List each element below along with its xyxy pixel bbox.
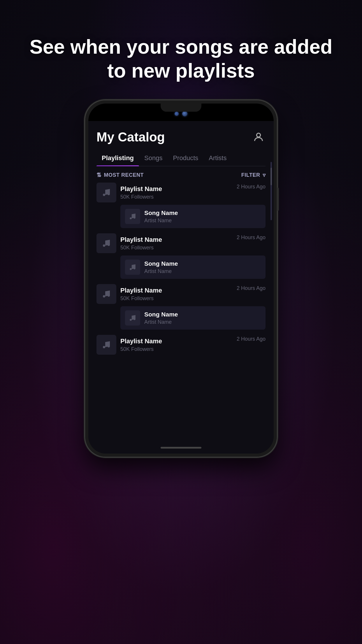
song-info-1: Song Name Artist Name xyxy=(144,209,261,224)
song-thumbnail-1 xyxy=(125,209,140,224)
tab-artists[interactable]: Artists xyxy=(203,151,232,166)
song-music-icon-1 xyxy=(129,213,136,220)
camera-dot-1 xyxy=(175,112,179,116)
playlist-name-1: Playlist Name xyxy=(120,185,233,193)
song-info-3: Song Name Artist Name xyxy=(144,311,261,325)
sort-icon: ⇅ xyxy=(96,172,102,178)
sort-filter-bar: ⇅ Most Recent Filter ▿ xyxy=(96,166,266,183)
tab-songs[interactable]: Songs xyxy=(139,151,168,166)
song-artist-3: Artist Name xyxy=(144,319,261,325)
playlist-entry-3: Playlist Name 50K Followers 2 Hours Ago xyxy=(96,284,266,330)
playlist-info-3: Playlist Name 50K Followers xyxy=(120,287,233,302)
filter-button[interactable]: Filter ▿ xyxy=(241,172,266,178)
playlist-header-row-3[interactable]: Playlist Name 50K Followers 2 Hours Ago xyxy=(96,284,266,304)
playlist-thumbnail-1 xyxy=(96,183,116,202)
playlist-time-2: 2 Hours Ago xyxy=(237,235,266,241)
playlist-followers-1: 50K Followers xyxy=(120,194,233,200)
playlist-entry-4: Playlist Name 50K Followers 2 Hours Ago xyxy=(96,335,266,355)
phone-screen: My Catalog Playlisting Songs xyxy=(88,104,274,454)
phone-bottom-bar xyxy=(88,442,274,454)
playlist-time-3: 2 Hours Ago xyxy=(237,285,266,291)
scroll-thumb xyxy=(270,168,272,185)
app-header: My Catalog xyxy=(96,130,266,144)
tab-playlisting[interactable]: Playlisting xyxy=(96,151,139,166)
playlist-header-row-4[interactable]: Playlist Name 50K Followers 2 Hours Ago xyxy=(96,335,266,355)
playlist-name-4: Playlist Name xyxy=(120,337,233,345)
song-name-1: Song Name xyxy=(144,209,261,216)
tab-products[interactable]: Products xyxy=(168,151,203,166)
playlist-info-1: Playlist Name 50K Followers xyxy=(120,185,233,200)
phone-mockup: My Catalog Playlisting Songs xyxy=(85,100,277,457)
playlist-header-row-2[interactable]: Playlist Name 50K Followers 2 Hours Ago xyxy=(96,233,266,253)
camera-area xyxy=(175,111,187,116)
sort-button[interactable]: ⇅ Most Recent xyxy=(96,172,144,178)
playlist-name-2: Playlist Name xyxy=(120,236,233,244)
hero-section: See when your songs are added to new pla… xyxy=(0,35,362,83)
song-name-3: Song Name xyxy=(144,311,261,318)
phone-side-button xyxy=(277,188,279,211)
song-artist-2: Artist Name xyxy=(144,268,261,274)
playlist-followers-3: 50K Followers xyxy=(120,295,233,302)
playlist-thumbnail-2 xyxy=(96,233,116,253)
phone-frame: My Catalog Playlisting Songs xyxy=(85,100,277,457)
playlist-thumbnail-3 xyxy=(96,284,116,304)
playlist-info-4: Playlist Name 50K Followers xyxy=(120,337,233,352)
song-music-icon-3 xyxy=(129,314,136,322)
playlist-time-1: 2 Hours Ago xyxy=(237,184,266,190)
song-row-1[interactable]: Song Name Artist Name xyxy=(120,205,266,228)
music-note-icon-4 xyxy=(102,340,111,349)
song-thumbnail-3 xyxy=(125,310,140,326)
playlist-followers-4: 50K Followers xyxy=(120,346,233,352)
app-title: My Catalog xyxy=(96,130,165,144)
profile-icon xyxy=(253,131,264,143)
filter-label-text: Filter xyxy=(241,172,260,178)
song-music-icon-2 xyxy=(129,263,136,271)
sort-label-text: Most Recent xyxy=(104,172,144,178)
svg-point-0 xyxy=(256,133,260,137)
app-content: My Catalog Playlisting Songs xyxy=(88,121,274,442)
song-name-2: Song Name xyxy=(144,260,261,267)
music-note-icon xyxy=(102,188,111,197)
filter-icon: ▿ xyxy=(263,172,266,178)
song-row-2[interactable]: Song Name Artist Name xyxy=(120,256,266,279)
playlist-time-4: 2 Hours Ago xyxy=(237,336,266,342)
song-row-3[interactable]: Song Name Artist Name xyxy=(120,306,266,330)
tab-navigation: Playlisting Songs Products Artists xyxy=(96,151,266,166)
playlist-info-2: Playlist Name 50K Followers xyxy=(120,236,233,251)
playlist-entry-2: Playlist Name 50K Followers 2 Hours Ago xyxy=(96,233,266,279)
phone-notch xyxy=(161,104,201,112)
hero-title: See when your songs are added to new pla… xyxy=(23,35,339,83)
song-info-2: Song Name Artist Name xyxy=(144,260,261,274)
scroll-indicator xyxy=(270,162,272,220)
home-indicator xyxy=(161,447,201,449)
phone-top-bar xyxy=(88,104,274,121)
playlist-thumbnail-4 xyxy=(96,335,116,355)
song-thumbnail-2 xyxy=(125,260,140,275)
song-artist-1: Artist Name xyxy=(144,218,261,224)
music-note-icon-3 xyxy=(102,289,111,299)
playlist-entry-1: Playlist Name 50K Followers 2 Hours Ago xyxy=(96,183,266,228)
playlist-name-3: Playlist Name xyxy=(120,287,233,294)
music-note-icon-2 xyxy=(102,239,111,248)
playlist-header-row-1[interactable]: Playlist Name 50K Followers 2 Hours Ago xyxy=(96,183,266,202)
camera-dot-main xyxy=(182,111,187,116)
profile-button[interactable] xyxy=(252,130,266,144)
playlist-followers-2: 50K Followers xyxy=(120,245,233,251)
